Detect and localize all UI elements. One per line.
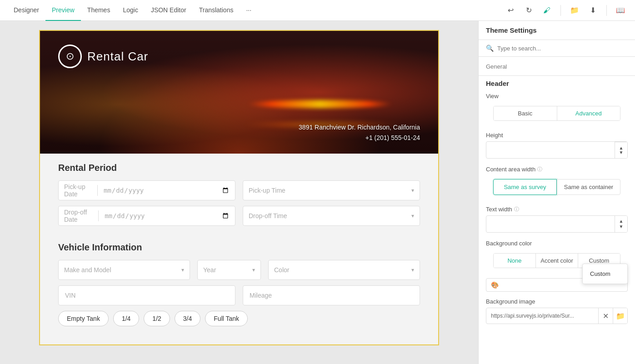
mileage-field[interactable]: Mileage <box>243 285 420 305</box>
text-width-stepper[interactable]: ▲ ▼ <box>615 216 627 232</box>
general-section-label: General <box>479 57 635 74</box>
fuel-half-button[interactable]: 1/2 <box>144 311 170 326</box>
view-basic-button[interactable]: Basic <box>494 106 557 120</box>
year-field[interactable]: Year ▾ <box>197 260 261 280</box>
download-button[interactable]: ⬇ <box>585 3 600 18</box>
height-label: Height <box>486 132 628 139</box>
fuel-full-button[interactable]: Full Tank <box>205 311 248 326</box>
dropoff-date-label: Drop-off Date <box>64 209 93 223</box>
same-as-container-button[interactable]: Same as container <box>557 179 620 195</box>
nav-icon-group: ↩ ↻ 🖌 📁 ⬇ 📖 <box>503 3 628 18</box>
view-prop-row: View Basic Advanced <box>479 89 635 128</box>
nav-json-editor[interactable]: JSON Editor <box>145 0 193 21</box>
date-separator <box>97 185 98 196</box>
dropoff-date-input[interactable] <box>104 212 230 220</box>
vin-label: VIN <box>65 292 75 299</box>
bg-image-browse-button[interactable]: 📁 <box>613 308 627 324</box>
dropoff-time-label: Drop-off Time <box>249 212 287 219</box>
panel-header: Theme Settings <box>479 21 635 40</box>
main-layout: ⊙ Rental Car 3891 Ranchview Dr. Richards… <box>0 21 635 364</box>
hero-logo: ⊙ Rental Car <box>58 45 148 68</box>
text-width-prop-row: Text width ⓘ 340px ▲ ▼ <box>479 202 635 236</box>
same-as-survey-button[interactable]: Same as survey <box>493 179 557 195</box>
search-input[interactable] <box>497 45 628 52</box>
header-section-title: Header <box>479 75 635 89</box>
nav-translations[interactable]: Translations <box>193 0 240 21</box>
color-field[interactable]: Color ▾ <box>268 260 420 280</box>
chevron-up-icon-2: ▲ <box>619 219 624 224</box>
custom-dropdown: Custom <box>582 264 628 284</box>
vehicle-info-title: Vehicle Information <box>58 242 420 253</box>
text-width-label: Text width ⓘ <box>486 206 628 213</box>
undo-button[interactable]: ↩ <box>503 3 518 18</box>
height-prop-row: Height 320px ▲ ▼ <box>479 128 635 162</box>
search-box: 🔍 <box>479 40 635 57</box>
text-width-help-icon: ⓘ <box>514 206 519 213</box>
content-width-prop-row: Content area width ⓘ Same as survey Same… <box>479 162 635 202</box>
chevron-down-icon-6: ▼ <box>619 224 624 229</box>
nav-designer[interactable]: Designer <box>7 0 45 21</box>
hero-section: ⊙ Rental Car 3891 Ranchview Dr. Richards… <box>40 31 438 154</box>
fuel-empty-button[interactable]: Empty Tank <box>58 311 109 326</box>
address-line: 3891 Ranchview Dr. Richardson, Californi… <box>299 122 420 132</box>
chevron-down-icon-4: ▾ <box>252 267 255 273</box>
content-area-width-label: Content area width ⓘ <box>486 166 628 173</box>
right-panel: Theme Settings 🔍 General Header View Bas… <box>478 21 635 364</box>
nav-logic[interactable]: Logic <box>116 0 144 21</box>
vin-field[interactable]: VIN <box>58 285 235 305</box>
year-label: Year <box>203 266 216 274</box>
book-button[interactable]: 📖 <box>613 3 628 18</box>
logo-text: Rental Car <box>87 50 148 64</box>
chevron-up-icon: ▲ <box>619 146 624 150</box>
bg-image-row: Background image https://api.surveyjs.io… <box>479 294 635 328</box>
pickup-date-label: Pick-up Date <box>64 183 92 198</box>
bg-color-section: Background color None Accent color Custo… <box>479 236 635 275</box>
height-input-row: 320px ▲ ▼ <box>486 141 628 159</box>
make-model-field[interactable]: Make and Model ▾ <box>58 260 190 280</box>
dropoff-date-field[interactable]: Drop-off Date <box>58 206 235 226</box>
nav-divider <box>560 5 561 16</box>
content-width-toggle: Same as survey Same as container <box>493 179 620 195</box>
pickup-time-label: Pick-up Time <box>249 187 285 194</box>
wheel-icon: ⊙ <box>66 50 74 62</box>
color-label: Color <box>274 266 289 274</box>
bg-image-input: https://api.surveyjs.io/private/Sur... ✕… <box>486 308 628 324</box>
dropoff-time-field[interactable]: Drop-off Time ▾ <box>243 206 420 226</box>
hero-address: 3891 Ranchview Dr. Richardson, Californi… <box>299 122 420 143</box>
canvas-area: ⊙ Rental Car 3891 Ranchview Dr. Richards… <box>0 21 478 364</box>
chevron-down-icon-5: ▾ <box>411 267 414 273</box>
panel-title: Theme Settings <box>486 26 537 34</box>
nav-divider-2 <box>606 5 607 16</box>
chevron-down-icon: ▾ <box>411 187 414 194</box>
logo-icon: ⊙ <box>58 45 82 68</box>
color-picker-icon[interactable]: 🎨 <box>491 281 499 289</box>
view-advanced-button[interactable]: Advanced <box>557 106 620 120</box>
pickup-time-field[interactable]: Pick-up Time ▾ <box>243 180 420 200</box>
nav-more[interactable]: ··· <box>240 0 258 21</box>
car-light-bar <box>247 100 393 108</box>
fuel-three-quarter-button[interactable]: 3/4 <box>175 311 200 326</box>
search-icon: 🔍 <box>486 45 494 52</box>
top-navigation: Designer Preview Themes Logic JSON Edito… <box>0 0 635 21</box>
height-input[interactable]: 320px <box>486 143 615 157</box>
nav-preview[interactable]: Preview <box>45 0 81 21</box>
nav-themes[interactable]: Themes <box>81 0 117 21</box>
pickup-date-input[interactable] <box>103 186 230 194</box>
rental-period-title: Rental Period <box>58 163 420 173</box>
chevron-down-icon: ▼ <box>619 150 624 155</box>
fuel-quarter-button[interactable]: 1/4 <box>113 311 139 326</box>
redo-button[interactable]: ↻ <box>521 3 536 18</box>
fuel-row: Empty Tank 1/4 1/2 3/4 Full Tank <box>58 311 420 326</box>
folder-button[interactable]: 📁 <box>567 3 582 18</box>
paint-button[interactable]: 🖌 <box>540 3 554 18</box>
bg-accent-button[interactable]: Accent color <box>536 254 578 268</box>
bg-image-clear-button[interactable]: ✕ <box>598 308 613 324</box>
text-width-input-row: 340px ▲ ▼ <box>486 215 628 233</box>
text-width-input[interactable]: 340px <box>486 217 615 231</box>
view-toggle: Basic Advanced <box>493 106 620 121</box>
custom-dropdown-item[interactable]: Custom <box>583 267 627 281</box>
bg-none-button[interactable]: None <box>494 254 536 268</box>
bg-image-label: Background image <box>486 298 628 305</box>
pickup-date-field[interactable]: Pick-up Date <box>58 180 235 200</box>
height-down-button[interactable]: ▲ ▼ <box>615 142 627 158</box>
